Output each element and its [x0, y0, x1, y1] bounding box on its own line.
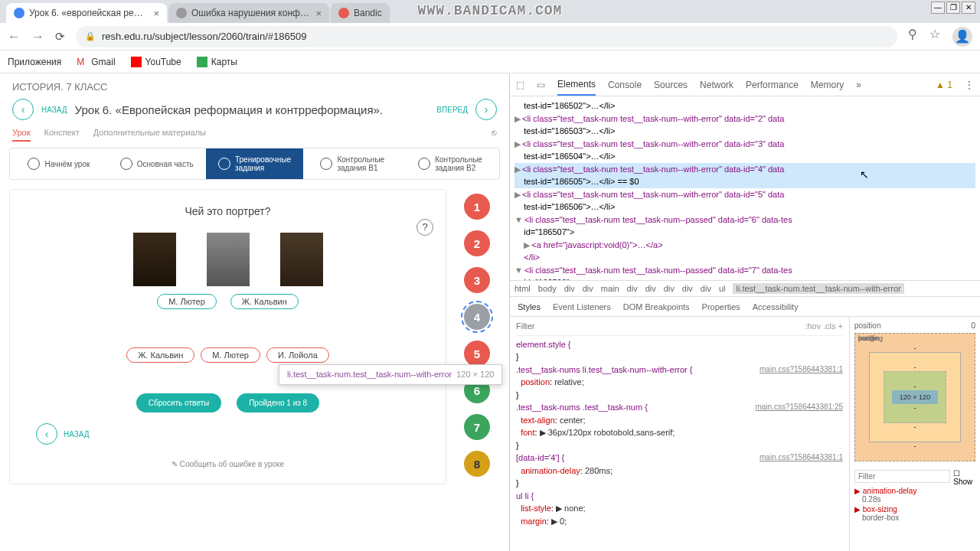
- tab-title: Ошибка нарушения конфиденц: [191, 8, 311, 18]
- help-icon[interactable]: ?: [416, 219, 433, 236]
- minimize-button[interactable]: —: [931, 2, 945, 14]
- subtab-extra[interactable]: Дополнительные материалы: [93, 128, 206, 142]
- lesson-title: Урок 6. «Европейская реформация и контрр…: [75, 103, 430, 116]
- tab-console[interactable]: Console: [608, 80, 642, 90]
- forward-icon[interactable]: →: [31, 29, 44, 44]
- browser-tab[interactable]: Ошибка нарушения конфиденц ×: [168, 3, 329, 23]
- search-icon[interactable]: ⚲: [908, 27, 917, 47]
- step-main[interactable]: Основная часть: [108, 148, 206, 179]
- question-text: Чей это портрет?: [21, 205, 435, 217]
- tab-sources[interactable]: Sources: [654, 80, 688, 90]
- more-tabs-icon[interactable]: »: [856, 80, 861, 90]
- cursor-icon: ↖: [860, 168, 869, 181]
- subtab-lesson[interactable]: Урок: [12, 128, 31, 142]
- watermark: WWW.BANDICAM.COM: [418, 3, 563, 18]
- maximize-button[interactable]: ❐: [946, 2, 960, 14]
- task-number-list: 1 2 3 4 5 6 7 8: [454, 189, 500, 484]
- tab-title: Bandic: [354, 8, 382, 18]
- browser-tab[interactable]: Bandic: [331, 3, 390, 23]
- hov-toggle[interactable]: :hov: [805, 320, 821, 333]
- step-control-b2[interactable]: Контрольныезадания B2: [401, 148, 499, 179]
- cls-toggle[interactable]: .cls: [823, 320, 836, 333]
- tab-performance[interactable]: Performance: [746, 80, 799, 90]
- reset-button[interactable]: Сбросить ответы: [136, 393, 221, 412]
- step-training[interactable]: Тренировочныезадания: [206, 148, 304, 179]
- bookmarks-bar: Приложения MGmail YouTube Карты: [0, 51, 980, 73]
- tab-network[interactable]: Network: [700, 80, 733, 90]
- url-text: resh.edu.ru/subject/lesson/2060/train/#1…: [102, 31, 306, 42]
- css-rules-pane[interactable]: :hov .cls + element.style {} main.css?15…: [510, 317, 850, 551]
- styles-filter-input[interactable]: [516, 321, 805, 331]
- lesson-steps: Начнём урок Основная часть Тренировочные…: [9, 148, 500, 180]
- dom-breadcrumb[interactable]: htmlbodydivdivmaindivdivdivdivdivulli.te…: [510, 280, 980, 297]
- answer-slot-1[interactable]: М. Лютер: [157, 294, 217, 309]
- warnings-badge[interactable]: ▲ 1: [936, 80, 952, 90]
- task-num-2[interactable]: 2: [464, 230, 490, 256]
- browser-tab[interactable]: Урок 6. «европейская реформа ×: [6, 3, 167, 23]
- answer-slot-2[interactable]: Ж. Кальвин: [230, 294, 299, 309]
- question-panel: Чей это портрет? ? М. Лютер Ж. Кальвин Ж…: [9, 189, 446, 484]
- favicon: [14, 8, 24, 18]
- close-tab-icon[interactable]: ×: [153, 8, 159, 19]
- step-start[interactable]: Начнём урок: [10, 148, 108, 179]
- favicon: [338, 8, 349, 18]
- clock-icon: [418, 158, 430, 170]
- star-icon[interactable]: ☆: [929, 27, 940, 47]
- tab-memory[interactable]: Memory: [811, 80, 844, 90]
- devtools-menu-icon[interactable]: ⋮: [965, 80, 974, 90]
- styles-tabs: Styles Event Listeners DOM Breakpoints P…: [510, 297, 980, 317]
- bookmark-youtube[interactable]: YouTube: [131, 57, 181, 67]
- task-num-7[interactable]: 7: [464, 414, 490, 440]
- breadcrumb: ИСТОРИЯ. 7 КЛАСС: [0, 73, 509, 96]
- tab-title: Урок 6. «европейская реформа: [29, 8, 149, 18]
- step-control-b1[interactable]: Контрольныезадания B1: [303, 148, 401, 179]
- bookmark-maps[interactable]: Карты: [197, 57, 237, 67]
- computed-filter-input[interactable]: [854, 470, 950, 483]
- progress-button[interactable]: Пройдено 1 из 8: [237, 393, 319, 412]
- add-rule-icon[interactable]: +: [838, 320, 843, 333]
- device-icon[interactable]: ▭: [537, 80, 545, 90]
- url-input[interactable]: 🔒 resh.edu.ru/subject/lesson/2060/train/…: [76, 26, 897, 47]
- drag-chip[interactable]: М. Лютер: [201, 347, 260, 363]
- box-model[interactable]: margin- border- padding- 120 × 120- - -: [854, 333, 975, 461]
- task-num-8[interactable]: 8: [464, 451, 490, 477]
- task-num-4[interactable]: 4: [464, 304, 490, 330]
- back-icon[interactable]: ←: [8, 29, 21, 44]
- page-content: ИСТОРИЯ. 7 КЛАСС ‹ НАЗАД Урок 6. «Европе…: [0, 73, 509, 551]
- tab-styles[interactable]: Styles: [518, 302, 541, 311]
- bookmark-gmail[interactable]: MGmail: [77, 57, 115, 67]
- back-button[interactable]: ‹: [36, 423, 57, 445]
- tab-accessibility[interactable]: Accessibility: [753, 302, 799, 311]
- address-bar: ← → ⟳ 🔒 resh.edu.ru/subject/lesson/2060/…: [0, 23, 980, 51]
- prev-lesson-button[interactable]: ‹: [12, 99, 34, 120]
- close-tab-icon[interactable]: ×: [315, 8, 322, 19]
- task-num-1[interactable]: 1: [464, 194, 490, 220]
- apps-button[interactable]: Приложения: [8, 57, 61, 67]
- portrait-1: [133, 233, 176, 286]
- task-num-3[interactable]: 3: [464, 267, 490, 293]
- back-label: НАЗАД: [41, 106, 67, 114]
- lock-icon: 🔒: [85, 31, 96, 41]
- profile-avatar[interactable]: 👤: [952, 27, 972, 47]
- devtools: ⬚ ▭ Elements Console Sources Network Per…: [509, 73, 980, 551]
- next-lesson-button[interactable]: ›: [475, 99, 497, 120]
- tab-dom-breakpoints[interactable]: DOM Breakpoints: [623, 302, 690, 311]
- portrait-3: [280, 233, 323, 286]
- lesson-subtabs: Урок Конспект Дополнительные материалы ⎋: [0, 128, 509, 148]
- close-window-button[interactable]: ✕: [962, 2, 975, 14]
- portrait-2: [207, 233, 250, 286]
- subtab-notes[interactable]: Конспект: [44, 128, 80, 142]
- report-error-link[interactable]: ✎ Сообщить об ошибке в уроке: [21, 460, 435, 468]
- tab-elements[interactable]: Elements: [557, 79, 596, 96]
- drag-chip[interactable]: И. Лойола: [266, 347, 329, 363]
- share-icon[interactable]: ⎋: [492, 128, 497, 142]
- drag-chip[interactable]: Ж. Кальвин: [126, 347, 194, 363]
- clock-icon: [320, 158, 332, 170]
- tab-event-listeners[interactable]: Event Listeners: [553, 302, 611, 311]
- inspect-icon[interactable]: ⬚: [516, 80, 524, 90]
- reload-icon[interactable]: ⟳: [55, 30, 65, 44]
- task-num-5[interactable]: 5: [464, 341, 490, 367]
- play-icon: [120, 158, 132, 170]
- dom-tree[interactable]: test-id="186502">…</li> ▶<li class="test…: [510, 96, 980, 280]
- tab-properties[interactable]: Properties: [702, 302, 740, 311]
